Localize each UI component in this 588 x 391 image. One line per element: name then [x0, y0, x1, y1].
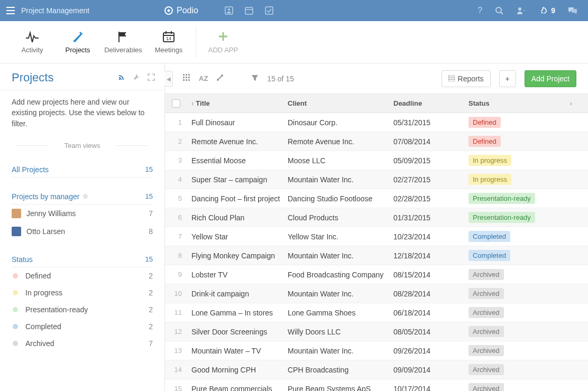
row-status: Presentation-ready — [468, 212, 588, 223]
row-client: Mountain Water Inc. — [288, 175, 393, 184]
expand-icon[interactable] — [148, 73, 155, 82]
nav-deliverables[interactable]: Deliverables — [100, 25, 146, 59]
tasks-icon[interactable] — [265, 6, 273, 15]
svg-text:14: 14 — [166, 36, 171, 41]
table-row[interactable]: 7 Yellow Star Yellow Star Inc. 10/23/201… — [165, 227, 588, 246]
table-row[interactable]: 10 Drink-it campaign Mountain Water Inc.… — [165, 284, 588, 303]
notif-count: 9 — [551, 6, 555, 15]
table-row[interactable]: 3 Essential Moose Moose LLC 05/09/2015 I… — [165, 151, 588, 170]
status-dot — [13, 324, 18, 329]
col-deadline[interactable]: Deadline — [393, 99, 468, 107]
row-status: Archived — [468, 307, 588, 318]
row-title: Drink-it campaign — [187, 290, 288, 298]
chat-icon[interactable] — [568, 6, 577, 15]
status-badge: Presentation-ready — [468, 193, 535, 204]
select-all-checkbox[interactable] — [172, 99, 180, 108]
help-icon[interactable]: ? — [477, 6, 482, 15]
filter-icon[interactable] — [251, 74, 259, 83]
deliverables-icon — [117, 30, 129, 43]
row-client: Mountain Water Inc. — [288, 347, 393, 355]
workspace-title[interactable]: Project Management — [21, 6, 89, 15]
view-status[interactable]: Status 15 — [12, 250, 153, 267]
status-row[interactable]: Defined2 — [12, 267, 153, 284]
row-number: 14 — [165, 366, 187, 374]
status-dot — [13, 341, 18, 346]
view-by-manager[interactable]: Projects by manager ⚙ 15 — [12, 187, 153, 204]
chevron-left-icon: ‹ — [191, 99, 194, 107]
svg-rect-4 — [245, 7, 253, 14]
status-row[interactable]: In progress2 — [12, 284, 153, 301]
nav-projects[interactable]: Projects — [55, 25, 100, 59]
col-status[interactable]: Status › — [468, 99, 588, 107]
wrench-icon[interactable] — [133, 73, 140, 82]
status-row[interactable]: Presentation-ready2 — [12, 301, 153, 318]
svg-rect-24 — [186, 79, 187, 81]
row-client: Lone Gamma Shoes — [288, 309, 393, 317]
contacts-icon[interactable] — [225, 6, 233, 15]
podio-logo[interactable]: Podio — [164, 6, 198, 15]
row-deadline: 10/23/2014 — [393, 232, 468, 241]
svg-point-26 — [217, 79, 219, 81]
sidebar: Projects Add new projects here and view … — [0, 63, 165, 391]
col-title[interactable]: ‹ Title — [187, 99, 288, 107]
reports-button[interactable]: Reports — [442, 70, 491, 87]
table-row[interactable]: 2 Remote Avenue Inc. Remote Avenue Inc. … — [165, 132, 588, 151]
table-row[interactable]: 13 Mountain Water – TV Mountain Water In… — [165, 341, 588, 360]
layout-icon[interactable] — [183, 74, 190, 83]
table-row[interactable]: 11 Lone Gamma – In stores Lone Gamma Sho… — [165, 303, 588, 322]
table-row[interactable]: 8 Flying Monkey Campaign Mountain Water … — [165, 246, 588, 265]
add-project-button[interactable]: Add Project — [525, 70, 576, 87]
col-client[interactable]: Client — [288, 99, 393, 107]
status-row[interactable]: Completed2 — [12, 318, 153, 335]
svg-rect-6 — [265, 7, 273, 14]
svg-point-16 — [119, 78, 121, 80]
status-row[interactable]: Archived7 — [12, 335, 153, 352]
table-row[interactable]: 14 Good Morning CPH CPH Broadcasting 09/… — [165, 360, 588, 379]
manager-row[interactable]: Jenny Williams7 — [12, 204, 153, 222]
notifications[interactable]: 9 — [539, 6, 555, 15]
menu-icon[interactable] — [0, 7, 21, 14]
table-row[interactable]: 12 Silver Door Screenings Willy Doors LL… — [165, 322, 588, 341]
avatar — [12, 209, 21, 218]
tools-icon[interactable] — [216, 74, 224, 83]
team-views-label: Team views — [0, 136, 164, 155]
row-title: Lone Gamma – In stores — [187, 309, 288, 317]
manager-row[interactable]: Otto Larsen8 — [12, 222, 153, 240]
add-widget-button[interactable]: + — [499, 70, 516, 87]
result-count: 15 of 15 — [267, 75, 294, 83]
row-status: Archived — [468, 288, 588, 299]
table-row[interactable]: 15 Pure Beam commercials Pure Beam Syste… — [165, 379, 588, 391]
table-row[interactable]: 9 Lobster TV Food Broadcasting Company 0… — [165, 265, 588, 284]
calendar-icon[interactable] — [245, 6, 253, 15]
collapse-sidebar-icon[interactable]: ◀ — [164, 71, 173, 87]
brand-label: Podio — [177, 6, 198, 15]
nav-activity[interactable]: Activity — [10, 25, 55, 59]
row-number: 2 — [165, 137, 187, 145]
table-row[interactable]: 4 Super Star – campaign Mountain Water I… — [165, 170, 588, 189]
status-dot — [13, 290, 18, 295]
projects-table: ‹ Title Client Deadline Status › 1 Full … — [165, 94, 588, 391]
status-name: Archived — [25, 339, 149, 348]
sort-az[interactable]: AZ — [199, 75, 208, 82]
row-number: 5 — [165, 194, 187, 202]
nav-add-app[interactable]: ADD APP — [200, 25, 246, 59]
table-header: ‹ Title Client Deadline Status › — [165, 94, 588, 113]
table-row[interactable]: 1 Full Dinosaur Dinosaur Corp. 05/31/201… — [165, 113, 588, 132]
row-title: Mountain Water – TV — [187, 347, 288, 355]
gear-icon[interactable]: ⚙ — [82, 193, 88, 200]
status-badge: Archived — [468, 269, 504, 280]
status-badge: Archived — [468, 326, 504, 337]
table-row[interactable]: 5 Dancing Foot – first project Dancing S… — [165, 189, 588, 208]
row-title: Essential Moose — [187, 156, 288, 165]
row-status: Archived — [468, 345, 588, 356]
feed-icon[interactable] — [118, 73, 125, 82]
add-project-label: Add Project — [531, 75, 569, 83]
nav-meetings[interactable]: 14 Meetings — [146, 25, 191, 59]
row-number: 1 — [165, 118, 187, 126]
user-menu-icon[interactable] — [516, 6, 527, 15]
table-row[interactable]: 6 Rich Cloud Plan Cloud Products 01/31/2… — [165, 208, 588, 227]
status-name: In progress — [25, 288, 149, 297]
search-icon[interactable] — [495, 6, 503, 15]
view-all-projects[interactable]: All Projects 15 — [12, 160, 153, 178]
status-badge: In progress — [468, 174, 511, 185]
